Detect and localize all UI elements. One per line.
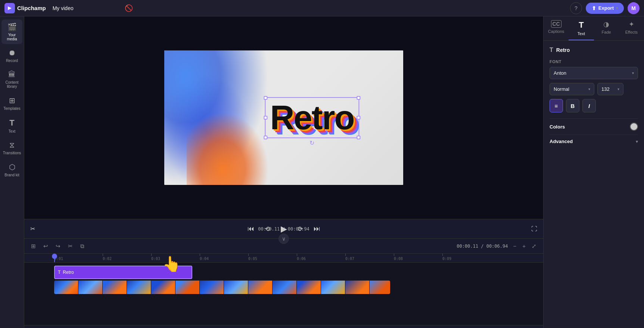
topbar-right: ? ⬆ Export ▾ M	[570, 2, 640, 14]
font-style-size-row: Normal ▾ 132 ▾	[550, 83, 638, 95]
handle-middle-right[interactable]	[357, 116, 360, 120]
ruler-mark-8: 0:08	[394, 257, 442, 261]
right-sidebar-tabs: CC Captions T Text ◑ Fade ✦ Effects	[544, 16, 644, 41]
color-swatch[interactable]	[630, 123, 638, 131]
video-clip-strip[interactable]	[54, 281, 390, 294]
ruler-mark-3: 0:03	[151, 257, 200, 261]
timeline-tracks: T Retro	[24, 263, 543, 295]
right-panel-content: T Retro Font Anton ▾ Normal ▾ 132	[544, 41, 644, 328]
tab-effects[interactable]: ✦ Effects	[619, 16, 644, 40]
font-dropdown-chevron: ▾	[632, 71, 634, 75]
fade-icon: ◑	[603, 20, 609, 28]
handle-top-right[interactable]	[357, 96, 360, 100]
video-thumb-12	[321, 281, 345, 294]
colors-row[interactable]: Colors	[550, 118, 638, 134]
expand-timeline-button[interactable]: ∨	[279, 233, 289, 244]
size-input[interactable]: 132 ▾	[597, 83, 623, 95]
video-thumb-4	[127, 281, 151, 294]
time-display: 00:00.11 / 00:06.94	[258, 226, 309, 232]
skip-to-end-button[interactable]: ⏭	[311, 223, 323, 235]
video-thumb-5	[151, 281, 175, 294]
sidebar-item-text[interactable]: T Text	[1, 115, 22, 136]
your-media-icon: 🎬	[7, 22, 17, 31]
text-clip-icon: T	[58, 270, 60, 275]
playhead[interactable]	[54, 254, 55, 262]
handle-bottom-right[interactable]	[357, 136, 360, 139]
no-save-icon[interactable]: 🚫	[125, 4, 133, 12]
advanced-chevron: ▾	[636, 139, 638, 144]
handle-bottom-left[interactable]	[264, 136, 267, 139]
ruler-mark-2: 0:02	[103, 257, 151, 261]
export-icon: ⬆	[592, 5, 596, 11]
ruler-mark-6: 0:06	[297, 257, 345, 261]
ruler-mark-9: 0:09	[442, 257, 491, 261]
video-thumb-7	[200, 281, 224, 294]
timeline-area: ∨ ⊞ ↩ ↪ ✂ ⧉ 00:00.11 / 00:06.94 − + ⤢	[24, 238, 543, 328]
zoom-out-button[interactable]: −	[511, 241, 519, 251]
timeline-ruler: 0:01 0:02 0:03 0:04 0:05 0:06 0:07 0:08 …	[24, 254, 543, 263]
sidebar-item-content-library[interactable]: 🏛 Content library	[1, 67, 22, 92]
sidebar-item-record[interactable]: ⏺ Record	[1, 46, 22, 66]
zoom-fit-button[interactable]: ⤢	[529, 241, 539, 251]
timeline-time-display: 00:00.11 / 00:06.94	[457, 244, 508, 249]
zoom-in-button[interactable]: +	[520, 241, 528, 251]
content-library-icon: 🏛	[8, 70, 16, 79]
sidebar-item-transitions[interactable]: ⧖ Transitions	[1, 138, 22, 158]
video-track-content[interactable]	[54, 281, 543, 294]
sidebar-item-your-media[interactable]: 🎬 Your media	[1, 19, 22, 44]
handle-middle-left[interactable]	[264, 116, 267, 120]
help-button[interactable]: ?	[570, 2, 582, 14]
video-thumb-10	[273, 281, 297, 294]
smoke-orange	[187, 103, 276, 185]
retro-text[interactable]: Retro	[270, 99, 354, 136]
tab-captions[interactable]: CC Captions	[544, 16, 569, 40]
text-tab-icon: T	[579, 20, 584, 30]
ruler-mark-1: 0:01	[54, 257, 103, 261]
fullscreen-button[interactable]: ⛶	[531, 226, 537, 232]
captions-icon: CC	[551, 20, 561, 28]
advanced-row[interactable]: Advanced ▾	[550, 134, 638, 148]
rotate-handle[interactable]: ↻	[309, 139, 314, 146]
main-layout: 🎬 Your media ⏺ Record 🏛 Content library …	[0, 16, 644, 328]
avatar[interactable]: M	[628, 2, 640, 14]
bold-button[interactable]: B	[566, 99, 579, 112]
video-thumb-3	[103, 281, 127, 294]
font-dropdown[interactable]: Anton ▾	[550, 67, 638, 79]
text-element-container[interactable]: Retro ↻	[265, 97, 359, 138]
skip-to-start-button[interactable]: ⏮	[245, 223, 256, 235]
style-dropdown[interactable]: Normal ▾	[550, 83, 594, 95]
copy-button[interactable]: ⧉	[78, 241, 87, 251]
export-button[interactable]: ⬆ Export ▾	[586, 3, 624, 14]
advanced-label: Advanced	[550, 139, 573, 144]
sidebar-item-brand-kit[interactable]: ⬡ Brand kit	[1, 160, 22, 180]
align-left-button[interactable]: ≡	[550, 99, 563, 112]
cut-icon-button[interactable]: ✂	[30, 225, 35, 232]
sidebar-item-templates[interactable]: ⊞ Templates	[1, 93, 22, 114]
video-thumb-14	[370, 281, 390, 294]
colors-label: Colors	[550, 124, 565, 130]
text-clip[interactable]: T Retro	[54, 266, 192, 279]
font-section-label: Font	[550, 59, 638, 64]
size-dropdown-chevron: ▾	[617, 87, 619, 91]
tab-text[interactable]: T Text	[569, 16, 594, 40]
video-thumb-6	[175, 281, 200, 294]
timeline-content: 0:01 0:02 0:03 0:04 0:05 0:06 0:07 0:08 …	[24, 254, 543, 325]
italic-button[interactable]: I	[582, 99, 596, 112]
scissors-button[interactable]: ✂	[66, 241, 75, 251]
timeline-scrollbar[interactable]	[24, 325, 543, 328]
right-sidebar: CC Captions T Text ◑ Fade ✦ Effects T Re…	[543, 16, 644, 328]
effects-icon: ✦	[629, 20, 634, 28]
tab-fade[interactable]: ◑ Fade	[594, 16, 619, 40]
ruler-mark-7: 0:07	[345, 257, 394, 261]
video-title-input[interactable]	[50, 4, 121, 13]
left-sidebar: 🎬 Your media ⏺ Record 🏛 Content library …	[0, 16, 24, 328]
magnet-button[interactable]: ⊞	[29, 241, 38, 251]
preview-container[interactable]: 16:9 Retro ↻	[164, 50, 403, 185]
redo-button[interactable]: ↪	[53, 241, 63, 251]
record-icon: ⏺	[8, 49, 16, 57]
undo-button[interactable]: ↩	[41, 241, 50, 251]
text-track: T Retro	[24, 266, 543, 279]
transitions-icon: ⧖	[9, 141, 15, 149]
handle-top-left[interactable]	[264, 96, 267, 100]
panel-title: T Retro	[550, 47, 638, 53]
